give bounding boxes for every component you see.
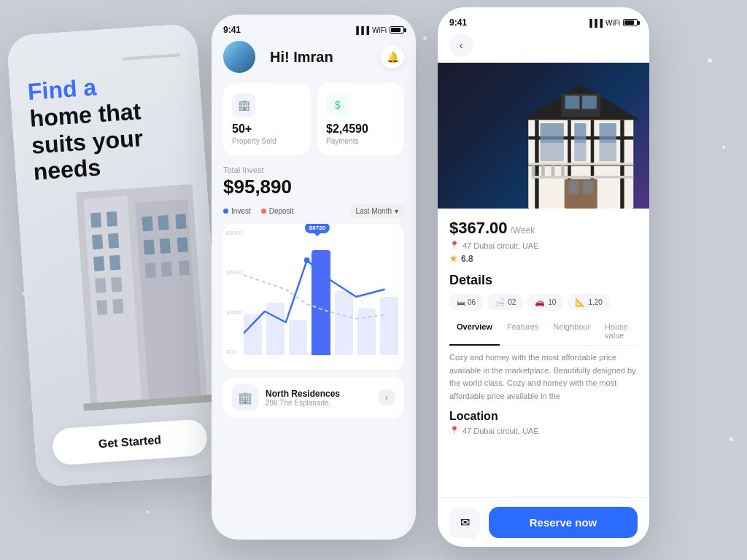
period-select[interactable]: Last Month ▾ [350,204,404,218]
bath-icon: 🛁 [495,298,505,307]
status-bar-2: 9:41 ▐▐▐ WiFi [223,25,404,35]
location-section: Location 📍 47 Dubai circuit, UAE [449,410,638,435]
phone3-screen: 9:41 ▐▐▐ WiFi ‹ [438,7,649,547]
svg-rect-13 [142,216,152,231]
status-time-3: 9:41 [449,18,467,28]
svg-rect-9 [95,278,106,293]
y-label-00: $00 [226,349,242,355]
reserve-now-button[interactable]: Reserve now [489,507,638,538]
building-svg [66,154,227,411]
phone3-footer: ✉ Reserve now [438,497,649,547]
property-info: North Residences 296 The Esplanade, [266,389,340,407]
building-illustration [66,154,227,411]
svg-rect-6 [108,233,119,249]
property-sold-value: 50+ [232,122,301,136]
svg-rect-14 [158,215,169,230]
phone2-screen: 9:41 ▐▐▐ WiFi Hi! Imran 🔔 🏢 [212,15,416,540]
profile-row: Hi! Imran 🔔 [223,41,404,73]
phone3-header: 9:41 ▐▐▐ WiFi [438,7,649,28]
svg-rect-44 [528,163,633,166]
price-period: /Week [511,225,535,236]
svg-rect-17 [160,238,171,254]
avatar-image [223,41,255,73]
avatar [223,41,255,73]
mail-button[interactable]: ✉ [449,508,480,538]
location-pin-icon-2: 📍 [449,426,460,435]
chart-line [244,238,398,355]
chart-controls: Invest Deposit Last Month ▾ [223,204,404,218]
svg-rect-43 [582,181,592,194]
house-svg [512,77,650,209]
svg-rect-20 [161,262,172,277]
location-text: 47 Dubai circuit, UAE [462,241,539,250]
chip-bedrooms: 🛏 06 [449,294,483,311]
property-sold-label: Property Sold [232,137,301,145]
details-title: Details [449,273,638,288]
get-started-button[interactable]: Get Started [51,419,208,466]
parking-value: 10 [548,298,556,306]
stat-card-payments: $ $2,4590 Payments [317,83,404,155]
details-section: Details 🛏 06 🛁 02 🚗 10 📐 [449,273,638,311]
chip-area: 📐 1,20 [568,294,609,311]
bed-icon: 🛏 [457,298,465,307]
snow-dot [708,58,712,63]
y-label-3000: $3000 [226,309,242,316]
location-address: 📍 47 Dubai circuit, UAE [449,426,638,435]
signal-icon-3: ▐▐▐ [587,19,603,27]
property-address: 296 The Esplanade, [266,399,340,407]
notification-bell[interactable]: 🔔 [381,45,404,69]
rating-row: ★ 6.8 [449,253,638,264]
headline-blue: Find a [27,74,98,104]
chart-area: $8720 $9000 $6000 $3000 $00 [223,224,404,370]
svg-rect-37 [599,123,616,143]
svg-rect-12 [112,299,123,314]
tab-overview[interactable]: Overview [449,318,500,346]
invest-section: Total Invest $95,890 [223,166,404,198]
property-card[interactable]: 🏢 North Residences 296 The Esplanade, › [223,377,404,418]
legend-deposit: Deposit [261,207,294,215]
status-time-2: 9:41 [223,25,241,35]
greeting-text: Hi! Imran [270,49,333,66]
svg-rect-39 [574,143,586,161]
rating-value: 6.8 [461,254,473,264]
dropdown-arrow: ▾ [395,207,398,215]
svg-rect-19 [145,262,156,278]
invest-dot [223,209,228,214]
location-section-title: Location [449,410,638,423]
property-arrow[interactable]: › [378,389,395,406]
area-icon: 📐 [575,298,585,307]
svg-rect-35 [540,123,563,143]
deposit-label: Deposit [269,207,294,215]
svg-rect-3 [90,212,101,228]
svg-rect-8 [109,255,120,271]
price-row: $367.00 /Week [449,219,638,238]
wifi-icon-3: WiFi [605,19,620,27]
payments-value: $2,4590 [326,122,395,136]
svg-rect-27 [565,96,579,109]
payments-label: Payments [326,137,395,145]
tab-neighbour[interactable]: Neighbour [546,318,597,346]
deposit-dot [261,209,266,214]
property-icon: 🏢 [232,93,255,117]
svg-rect-15 [175,214,186,229]
wifi-icon: WiFi [372,26,387,34]
stats-row: 🏢 50+ Property Sold $ $2,4590 Payments [223,83,404,155]
phone1-screen: Find a home that suits your needs [7,23,228,488]
snow-dot [722,146,725,149]
chip-parking: 🚗 10 [527,294,563,311]
back-button[interactable]: ‹ [449,34,473,57]
details-chips: 🛏 06 🛁 02 🚗 10 📐 1,20 [449,294,638,311]
svg-rect-10 [111,277,122,292]
tab-features[interactable]: Features [500,318,546,346]
legend-invest: Invest [223,207,251,215]
overview-text: Cozy and homey with the most affordable … [449,351,638,402]
svg-point-23 [304,257,310,263]
invest-label: Total Invest [223,166,404,174]
phone1-notch [26,53,180,67]
phone3-content: 9:41 ▐▐▐ WiFi ‹ [438,7,649,547]
status-icons-3: ▐▐▐ WiFi [587,19,638,27]
tab-house-value[interactable]: House value [597,318,638,346]
signal-icon: ▐▐▐ [354,26,369,34]
y-axis-labels: $9000 $6000 $3000 $00 [226,230,242,355]
y-label-9000: $9000 [226,230,242,236]
